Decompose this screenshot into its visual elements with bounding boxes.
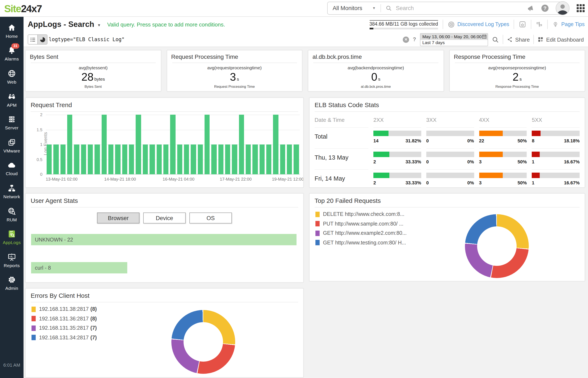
trend-bar[interactable] <box>102 115 107 174</box>
legend-item[interactable]: 192.168.131.38:2817(8) <box>31 306 97 312</box>
legend-item[interactable]: 192.168.131.34:2817(7) <box>31 335 97 340</box>
trend-bar[interactable] <box>74 145 79 174</box>
trend-bar[interactable] <box>157 145 162 174</box>
edit-dashboard-button[interactable]: Edit Dashboard <box>538 36 584 43</box>
signpost-icon[interactable] <box>536 21 543 28</box>
trend-bar[interactable] <box>232 145 237 174</box>
trend-bar[interactable] <box>136 115 141 174</box>
trend-bar[interactable] <box>253 145 258 174</box>
trend-bar[interactable] <box>204 115 210 174</box>
sidebar-item-apm[interactable]: APM <box>0 88 24 111</box>
avatar[interactable] <box>556 1 570 15</box>
default-dashboard-icon[interactable] <box>519 21 526 28</box>
trend-bar[interactable] <box>95 145 100 174</box>
help-icon[interactable]: ? <box>541 5 548 12</box>
trend-bar[interactable] <box>60 145 66 174</box>
sidebar-item-vmware[interactable]: VMware <box>0 134 24 157</box>
query-help-icon[interactable]: ? <box>413 37 416 42</box>
site24x7-dashboard: Site24x7 All Monitors ▼ ? Home31AlarmsWe… <box>0 0 588 378</box>
sidebar-item-rum[interactable]: RUM <box>0 203 24 226</box>
trend-bar[interactable] <box>184 145 189 174</box>
trend-bar[interactable] <box>163 145 169 174</box>
sidebar-item-label: Reports <box>4 263 20 268</box>
tab-browser[interactable]: Browser <box>97 213 139 223</box>
clear-query-icon[interactable]: ✕ <box>403 36 409 43</box>
sidebar-item-web[interactable]: Web <box>0 65 24 88</box>
trend-bar[interactable] <box>170 115 175 174</box>
tab-device[interactable]: Device <box>143 213 186 223</box>
trend-bar[interactable] <box>177 145 182 174</box>
trend-bar[interactable] <box>273 115 279 174</box>
donut-chart[interactable] <box>465 214 529 278</box>
legend-item[interactable]: PUT http://www.sample.com:80/ ... <box>315 221 407 227</box>
trend-bar[interactable] <box>47 145 52 174</box>
sidebar-item-label: VMware <box>3 148 20 153</box>
trend-bar[interactable] <box>88 145 93 174</box>
list-view-icon[interactable] <box>28 35 37 44</box>
stat-metric-label: avg(bytessent) <box>26 65 161 70</box>
trend-bar[interactable] <box>287 145 292 174</box>
trend-bar[interactable] <box>225 145 230 174</box>
sidebar-item-admin[interactable]: Admin <box>0 271 24 294</box>
stat-card-title: Response Processing Time <box>450 50 585 63</box>
legend-item[interactable]: GET http://www.testing.com:80/ H... <box>315 240 407 245</box>
apps-grid-icon[interactable] <box>577 4 585 12</box>
log-usage[interactable]: 384.66 MB/11 GB logs collected <box>369 19 438 29</box>
trend-bar[interactable] <box>115 145 120 174</box>
trend-bar[interactable] <box>143 145 148 174</box>
y-axis-tick: 2 <box>40 112 42 117</box>
status-bar-track <box>532 152 580 157</box>
chart-view-icon[interactable] <box>37 35 47 44</box>
announcements-icon[interactable] <box>526 4 534 12</box>
trend-bar[interactable] <box>122 145 127 174</box>
widget-title: Top 20 Failed Requests <box>309 194 585 207</box>
share-button[interactable]: Share <box>507 36 530 43</box>
site24x7-logo[interactable]: Site24x7 <box>4 3 42 15</box>
query-bar: logtype="ELB Classic Log" ✕ ? May 13, 06… <box>24 32 588 47</box>
legend-count: (7) <box>90 335 97 340</box>
trend-bar[interactable] <box>53 145 59 174</box>
legend-item[interactable]: 192.168.131.36:2817(8) <box>31 316 97 322</box>
sidebar-item-alarms[interactable]: 31Alarms <box>0 42 24 65</box>
user-agent-bar[interactable]: UNKNOWN - 22 <box>31 234 296 245</box>
trend-bar[interactable] <box>129 145 134 174</box>
legend-item[interactable]: DELETE http://www.check.com:8... <box>315 211 407 217</box>
trend-bar[interactable] <box>81 145 86 174</box>
trend-bar[interactable] <box>246 145 251 174</box>
page-title[interactable]: AppLogs - Search <box>28 20 94 29</box>
trend-bar[interactable] <box>259 145 265 174</box>
trend-bar[interactable] <box>239 115 244 174</box>
search-input[interactable] <box>395 5 523 12</box>
sidebar-item-cloud[interactable]: Cloud <box>0 157 24 180</box>
sidebar-item-applogs[interactable]: AppLogs <box>0 226 24 249</box>
donut-chart[interactable] <box>171 310 235 374</box>
tab-os[interactable]: OS <box>189 213 232 223</box>
sidebar-item-home[interactable]: Home <box>0 19 24 42</box>
trend-bar[interactable] <box>149 145 155 174</box>
trend-bar[interactable] <box>280 145 285 174</box>
sidebar: Home31AlarmsWebAPMServerVMwareCloudNetwo… <box>0 16 24 378</box>
discovered-log-types-link[interactable]: Discovered Log Types <box>448 21 509 28</box>
trend-bar[interactable] <box>294 145 299 174</box>
monitor-filter-dropdown[interactable]: All Monitors ▼ <box>328 2 381 14</box>
query-input[interactable]: logtype="ELB Classic Log" <box>49 32 124 47</box>
trend-bar[interactable] <box>212 145 217 174</box>
legend-item[interactable]: GET http://www.example2.com:80... <box>315 230 407 236</box>
sidebar-item-server[interactable]: Server <box>0 111 24 134</box>
trend-bar[interactable] <box>108 145 114 174</box>
chevron-down-icon[interactable]: ▼ <box>97 23 101 27</box>
user-agent-bar[interactable]: curl - 8 <box>31 262 127 273</box>
sidebar-item-reports[interactable]: Reports <box>0 249 24 271</box>
trend-bar[interactable] <box>191 145 196 174</box>
legend-item[interactable]: 192.168.131.35:2817(7) <box>31 325 97 331</box>
trend-bar[interactable] <box>218 145 223 174</box>
trend-bar[interactable] <box>67 115 72 174</box>
stat-value-unit: bytes <box>94 76 105 81</box>
date-range-picker[interactable]: May 13, 06:00 - May 20, 06:00 Last 7 day… <box>420 33 488 46</box>
run-search-icon[interactable] <box>492 36 499 43</box>
page-tips-link[interactable]: Page Tips <box>552 21 585 27</box>
sidebar-item-network[interactable]: Network <box>0 180 24 203</box>
trend-bar[interactable] <box>198 145 203 174</box>
divider <box>548 20 548 29</box>
trend-bar[interactable] <box>266 145 271 174</box>
